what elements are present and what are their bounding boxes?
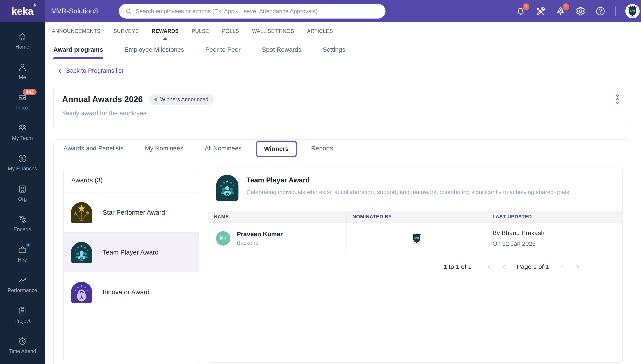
trend-up-icon — [18, 275, 27, 285]
tab-awards-and-panelists[interactable]: Awards and Panelists — [63, 145, 124, 152]
tab-winners[interactable]: Winners — [264, 145, 289, 152]
profile-avatar[interactable] — [625, 4, 640, 18]
keka-logo[interactable]: keka✦ — [0, 0, 45, 22]
notifications-button[interactable]: 1 — [516, 6, 526, 16]
pagination-range: 1 to 1 of 1 — [444, 263, 472, 270]
settings-button[interactable] — [575, 6, 586, 16]
chevron-left-icon — [57, 68, 63, 74]
last-page-button[interactable] — [574, 264, 580, 270]
program-tabs: Awards and Panelists My Nominees All Nom… — [54, 140, 631, 158]
keka-logo-text: keka — [12, 5, 33, 17]
award-description: Celebrating individuals who excel at col… — [247, 189, 571, 196]
company-name: MVR-SolutionS — [51, 0, 99, 22]
program-title: Annual Awards 2026 — [62, 95, 143, 104]
winner-name: Praveen Kumar — [237, 230, 283, 238]
keka-spark-icon: ✦ — [33, 2, 37, 8]
award-item-team-player[interactable]: Team Player Award — [64, 232, 198, 272]
awards-list-panel: Awards (3) Star Performer Award Team Pla… — [63, 168, 199, 363]
updated-by: By Bhanu Prakash — [493, 230, 545, 236]
sidebar-item-my-team[interactable]: My Team — [0, 117, 45, 147]
top-bar-actions: 1 1 — [516, 0, 640, 22]
sidebar-item-inbox[interactable]: 442 Inbox — [0, 86, 45, 117]
tools-button[interactable] — [535, 6, 546, 16]
whats-new-badge: 1 — [563, 3, 569, 10]
sidebar-item-hire[interactable]: Hire — [0, 239, 45, 269]
search-input[interactable] — [136, 8, 379, 15]
nav-surveys[interactable]: SURVEYS — [113, 22, 138, 40]
clipboard-icon — [18, 306, 27, 316]
col-nominated-by: NOMINATED BY — [346, 211, 487, 222]
alarm-clock-icon — [18, 336, 27, 346]
whats-new-button[interactable]: 1 — [555, 6, 566, 16]
winners-panel: Team Player Award Celebrating individual… — [208, 166, 623, 363]
sidebar: Home Me 442 Inbox My Team $ My Finances … — [0, 22, 45, 364]
pagination-page: Page 1 of 1 — [517, 263, 549, 270]
building-icon — [18, 184, 27, 194]
award-item-star-performer[interactable]: Star Performer Award — [64, 193, 198, 232]
team-crest-logo-icon — [627, 5, 638, 17]
sidebar-item-engage[interactable]: Engage — [0, 208, 45, 239]
table-row[interactable]: PK Praveen Kumar Backend By Bhanu Prakas… — [208, 223, 622, 254]
award-item-innovator[interactable]: Innovator Award — [64, 272, 198, 312]
previous-page-button[interactable] — [501, 264, 507, 270]
top-bar-divider — [615, 6, 616, 16]
first-page-button[interactable] — [486, 264, 492, 270]
winner-name-cell: PK Praveen Kumar Backend — [208, 223, 346, 254]
nominated-by-avatar[interactable] — [412, 233, 421, 244]
sidebar-item-home[interactable]: Home — [0, 26, 45, 56]
people-icon — [18, 123, 27, 133]
tab-my-nominees[interactable]: My Nominees — [145, 145, 183, 152]
sidebar-item-me[interactable]: Me — [0, 56, 45, 86]
winner-role: Backend — [237, 240, 283, 246]
subnav-employee-milestones[interactable]: Employee Milestones — [124, 40, 184, 59]
tools-icon — [535, 6, 546, 16]
kebab-icon — [616, 94, 618, 97]
next-page-button[interactable] — [558, 264, 565, 270]
nav-polls[interactable]: POLLS — [222, 22, 239, 40]
sidebar-item-project[interactable]: Project — [0, 300, 45, 330]
subnav-peer-to-peer[interactable]: Peer to Peer — [205, 40, 241, 59]
team-player-badge-icon — [71, 242, 92, 263]
global-search[interactable] — [119, 4, 385, 18]
nav-pulse[interactable]: PULSE — [192, 22, 209, 40]
subnav-award-programs[interactable]: Award programs — [53, 40, 103, 59]
team-crest-logo-icon — [412, 233, 421, 244]
help-button[interactable] — [595, 6, 606, 16]
gear-icon — [575, 6, 586, 16]
active-nav-indicator — [162, 37, 168, 40]
inbox-count-badge: 442 — [23, 89, 37, 95]
inbox-icon: 442 — [18, 93, 27, 102]
last-updated-cell: By Bhanu Prakash On 12 Jan 2026 — [487, 223, 622, 254]
sidebar-item-performance[interactable]: Performance — [0, 269, 45, 300]
subnav-settings[interactable]: Settings — [323, 40, 345, 59]
top-bar: keka✦ MVR-SolutionS 1 1 — [0, 0, 641, 22]
sidebar-item-org[interactable]: Org — [0, 178, 45, 208]
back-to-programs-link[interactable]: Back to Programs list — [57, 68, 123, 74]
engage-module-nav: ANNOUNCEMENTS SURVEYS REWARDS PULSE POLL… — [45, 22, 641, 40]
svg-text:$: $ — [21, 156, 24, 161]
dollar-icon: $ — [18, 154, 27, 164]
home-icon — [18, 32, 27, 42]
person-icon — [18, 62, 27, 72]
tab-winners-focus-outline: Winners — [256, 140, 297, 157]
nav-announcements[interactable]: ANNOUNCEMENTS — [52, 22, 100, 40]
updated-on: On 12 Jan 2026 — [493, 240, 536, 247]
status-dot-icon — [154, 98, 157, 101]
team-player-badge-icon-large — [216, 175, 239, 201]
nav-rewards[interactable]: REWARDS — [152, 22, 179, 40]
nav-articles[interactable]: ARTICLES — [307, 22, 333, 40]
program-summary-card: Annual Awards 2026 Winners Announced Yea… — [53, 86, 631, 130]
award-title: Team Player Award — [247, 176, 310, 184]
program-detail-card: Awards and Panelists My Nominees All Nom… — [53, 140, 631, 364]
program-menu-button[interactable] — [616, 94, 618, 104]
sidebar-item-my-finances[interactable]: $ My Finances — [0, 147, 45, 178]
tab-reports[interactable]: Reports — [311, 145, 333, 152]
rewards-sub-nav: Award programs Employee Milestones Peer … — [45, 40, 641, 59]
awards-list-header: Awards (3) — [64, 168, 198, 193]
avatar: PK — [216, 231, 231, 246]
chat-heart-icon — [18, 214, 27, 224]
sidebar-item-time-attend[interactable]: Time Attend — [0, 330, 45, 360]
subnav-spot-rewards[interactable]: Spot Rewards — [262, 40, 301, 59]
tab-all-nominees[interactable]: All Nominees — [205, 145, 242, 152]
nav-wall-settings[interactable]: WALL SETTINGS — [252, 22, 294, 40]
